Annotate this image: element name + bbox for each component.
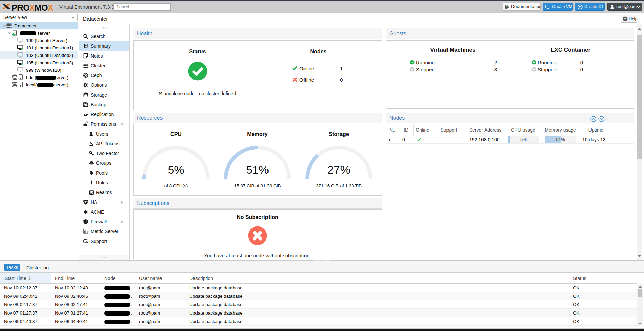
svg-text:27%: 27%	[327, 163, 350, 176]
svg-text:?: ?	[624, 17, 626, 21]
svg-text:51%: 51%	[246, 163, 269, 176]
svg-text:5%: 5%	[168, 163, 184, 176]
